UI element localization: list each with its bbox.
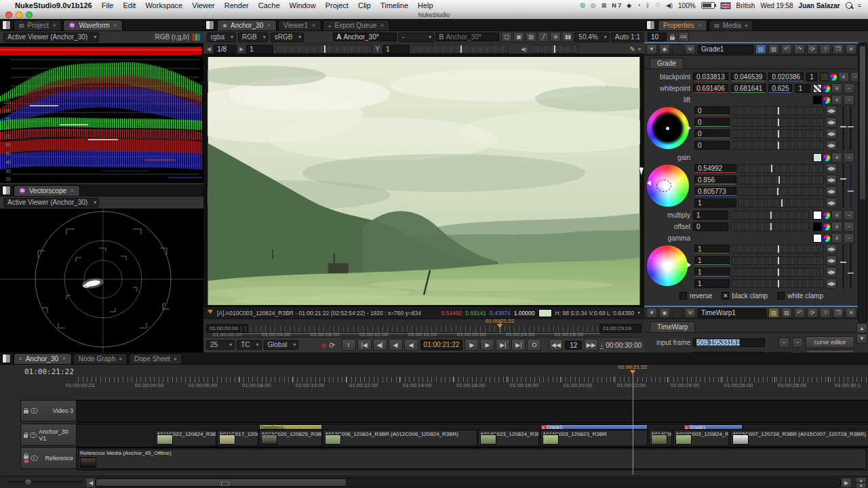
waveform-scope[interactable]: 1101009080706050403020100-10-20 (0, 43, 203, 183)
revert-icon[interactable]: ⟳ (807, 308, 818, 318)
timeline-ruler[interactable] (78, 377, 868, 382)
downrez-next-icon[interactable]: ▶ (239, 46, 243, 52)
menu-item[interactable]: Window (290, 1, 316, 9)
whitepoint-g-field[interactable]: 0.681641 (731, 84, 766, 93)
gain-r-nudge[interactable]: ◀▶ (826, 163, 837, 174)
info-triangle-icon[interactable] (208, 310, 213, 317)
gamma-channels-button[interactable]: 4 (831, 233, 842, 243)
blackpoint-g-field[interactable]: 0.046539 (731, 73, 766, 81)
center-node-icon[interactable]: ◉ (659, 44, 670, 54)
heart-icon[interactable]: ♡ (655, 2, 660, 9)
gamma-b-field[interactable]: 1 (694, 268, 730, 277)
transport-button[interactable]: ◀ (389, 339, 403, 351)
lift-b-field[interactable]: 0 (694, 129, 730, 138)
menu-item[interactable]: Viewer (192, 1, 214, 9)
viewer-input-a[interactable]: A Anchor_30* (333, 33, 397, 41)
current-timecode-field[interactable]: 01:00:21:22 (420, 340, 463, 350)
lock-icon[interactable] (24, 434, 28, 438)
float-panel-icon[interactable]: ❐ (833, 308, 844, 318)
viewer-gain-slider[interactable] (276, 45, 372, 54)
whitepoint-b-field[interactable]: 0.625 (768, 84, 792, 93)
max-panels-field[interactable]: 10 (648, 33, 667, 41)
whitepoint-swatch[interactable] (813, 84, 822, 93)
panel-menu-button[interactable] (2, 186, 11, 195)
menu-item[interactable]: Workspace (145, 1, 182, 9)
gain-a-field[interactable]: 1 (694, 199, 736, 207)
blackpoint-r-field[interactable]: 0.033813 (693, 73, 728, 81)
white-clamp-checkbox[interactable] (777, 292, 785, 300)
lock-icon[interactable] (24, 455, 28, 459)
gamma-r-slider[interactable] (732, 245, 824, 253)
track-lane-video3[interactable] (77, 400, 868, 423)
boxed-x-icon[interactable]: ⊠ (601, 2, 607, 9)
whitepoint-channels-button[interactable]: 4 (831, 83, 842, 94)
gain-b-field[interactable]: 0.805773 (694, 187, 736, 196)
center-node-icon[interactable]: ◉ (659, 308, 670, 318)
close-panel-icon[interactable]: ✕ (846, 308, 856, 318)
wipe-icon[interactable]: ╱ (538, 32, 549, 42)
gain-b-slider[interactable] (738, 187, 824, 196)
range-mode-select[interactable]: Global (264, 340, 299, 350)
gain-swatch[interactable] (813, 153, 822, 162)
waveform-viewer-select[interactable]: Active Viewer (Anchor_30) (3, 33, 99, 42)
gain-b-nudge[interactable]: ◀▶ (826, 186, 837, 197)
visibility-icon[interactable] (31, 408, 38, 413)
close-icon[interactable]: ✕ (311, 22, 316, 28)
lift-a-slider[interactable] (732, 141, 824, 150)
gamma-g-slider[interactable] (732, 256, 824, 265)
annotation-pencil-icon[interactable]: ✎ (630, 45, 635, 53)
keyboard-flag-icon[interactable] (720, 2, 731, 9)
menu-item[interactable]: Render (224, 1, 249, 9)
menu-item[interactable]: Help (418, 1, 433, 9)
close-icon[interactable]: ✕ (62, 356, 66, 362)
viewer-timeline[interactable]: 01:00:00:00 01:00:00:0001:00:04:0001:00:… (203, 319, 644, 338)
reference-clip[interactable]: Reference Media (Anchor_45_Offline) (78, 449, 867, 469)
viewer-ruler-ticks[interactable] (241, 326, 600, 331)
lift-swatch[interactable] (813, 96, 822, 104)
gamma-r-field[interactable]: 1 (694, 245, 730, 253)
bluetooth-icon[interactable]: ᛒ (646, 2, 650, 9)
timecode-mode-select[interactable]: TC (237, 340, 261, 350)
offset-field[interactable]: 0 (693, 222, 728, 231)
whitepoint-r-field[interactable]: 0.691406 (693, 84, 728, 93)
timeline-playhead[interactable] (633, 374, 633, 474)
tab-viewer1[interactable]: Viewer1✕ (278, 20, 321, 30)
lift-curve-icon[interactable]: ~ (844, 95, 854, 105)
frame-step-field[interactable]: 12 (565, 341, 582, 350)
whitepoint-a-field[interactable]: 1 (795, 84, 810, 93)
node-color-swatch[interactable] (672, 308, 683, 318)
viewer-display-select[interactable]: RGB (238, 33, 269, 42)
proxy-icon[interactable]: ⊕ (550, 32, 561, 42)
vectorscope-viewer-select[interactable]: Active Viewer (Anchor_30) (3, 198, 99, 207)
soft-effect-bar[interactable]: TimeWarp1 (259, 424, 322, 430)
close-icon[interactable]: ✕ (113, 22, 118, 28)
scroll-right-icon[interactable]: ▶ (841, 478, 852, 488)
channel-bars-icon[interactable] (193, 34, 200, 41)
chevron-down-icon[interactable]: ▾ (637, 310, 640, 316)
transport-button[interactable]: ◀ (404, 339, 418, 351)
blackpoint-swatch[interactable] (820, 73, 829, 81)
panel-menu-button[interactable] (646, 20, 655, 30)
close-icon[interactable]: ✕ (52, 22, 57, 28)
menu-item[interactable]: Project (326, 1, 349, 9)
gamma-wheel-icon[interactable] (823, 235, 830, 242)
lift-g-field[interactable]: 0 (694, 118, 730, 127)
gamma-g-nudge[interactable]: ◀▶ (826, 256, 837, 266)
menu-item[interactable]: Edit (123, 1, 136, 9)
gain-a-nudge[interactable]: ◀▶ (826, 198, 837, 208)
chevron-down-icon[interactable]: ▾ (638, 46, 641, 52)
menu-item[interactable]: File (102, 1, 114, 9)
whitepoint-curve-icon[interactable]: ~ (844, 83, 854, 94)
viewer-blend-select[interactable]: - (398, 33, 434, 42)
viewer-channels-select[interactable]: rgba (207, 33, 236, 42)
gain-channels-button[interactable]: 4 (831, 152, 842, 163)
help-icon[interactable]: ? (820, 308, 831, 318)
step-fwd-button[interactable]: ▶▶ (584, 339, 598, 351)
timeline-timecode[interactable]: 01:00:21:22 (24, 367, 74, 376)
blackpoint-wheel-icon[interactable] (830, 74, 837, 81)
roi-icon[interactable]: ▢ (501, 32, 512, 42)
lift-channels-button[interactable]: 4 (831, 95, 842, 105)
offset-slider[interactable] (731, 222, 809, 231)
multiply-field[interactable]: 1 (693, 211, 728, 220)
viewer-range-end[interactable]: 01:00:29:24 (599, 324, 642, 333)
